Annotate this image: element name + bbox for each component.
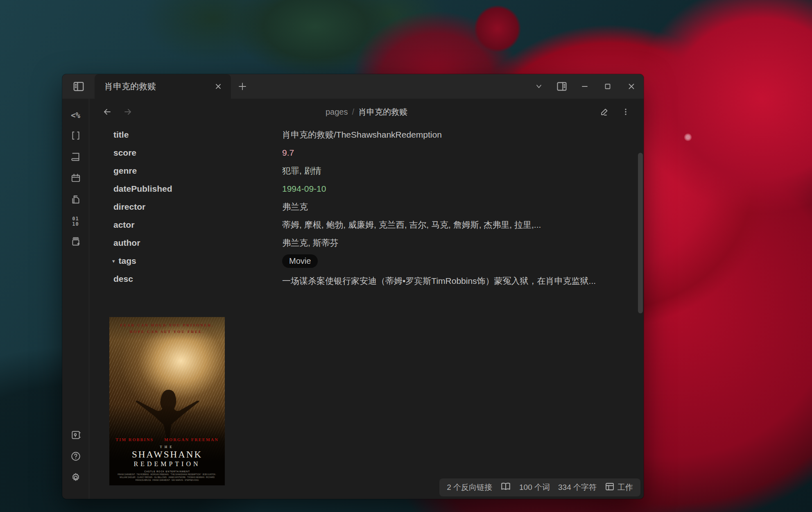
arrow-left-icon	[102, 107, 112, 117]
close-window-button[interactable]	[619, 74, 644, 99]
attr-key-tags[interactable]: ▾ tags	[113, 256, 282, 266]
attr-key-genre[interactable]: genre	[113, 166, 282, 176]
binary-icon: 0110	[72, 216, 79, 227]
book-icon	[70, 152, 81, 164]
workspace-switcher[interactable]: 工作	[605, 482, 633, 494]
readonly-toggle-button[interactable]	[500, 481, 511, 494]
edit-mode-button[interactable]	[597, 104, 612, 119]
attr-value-genre[interactable]: 犯罪, 剧情	[282, 165, 321, 177]
panel-right-icon	[556, 81, 568, 92]
forward-button[interactable]	[120, 104, 135, 119]
arrow-right-icon	[123, 107, 133, 117]
attr-value-director[interactable]: 弗兰克	[282, 201, 308, 213]
status-bar: 2 个反向链接 100 个词 334 个字符 工作	[439, 478, 640, 496]
document-menu-button[interactable]	[618, 104, 633, 119]
table-row: author 弗兰克, 斯蒂芬	[113, 234, 644, 252]
close-icon	[628, 83, 635, 90]
poster-actor-right: MORGAN FREEMAN	[164, 437, 219, 442]
movie-poster-image[interactable]: FEAR CAN HOLD YOU PRISONER. HOPE CAN SET…	[109, 317, 225, 485]
dock-copy-button[interactable]	[68, 192, 84, 208]
tag-chip-movie[interactable]: Movie	[282, 254, 318, 268]
table-row-desc: desc 一场谋杀案使银行家安迪（蒂姆•罗宾斯TimRobbins饰）蒙冤入狱，…	[113, 270, 644, 304]
poster-title-line2: REDEMPTION	[133, 460, 200, 468]
poster-studio: CASTLE ROCK ENTERTAINMENT	[144, 470, 190, 473]
table-row: director 弗兰克	[113, 198, 644, 216]
attribute-table: title 肖申克的救赎/TheShawshankRedemption scor…	[113, 126, 644, 304]
minimize-button[interactable]	[573, 74, 596, 99]
help-icon	[70, 451, 81, 463]
dock-binary-button[interactable]: 0110	[68, 213, 84, 230]
tab-close-button[interactable]	[211, 79, 225, 93]
maximize-icon	[604, 83, 611, 90]
poster-tagline-2: HOPE CAN SET YOU FREE.	[120, 328, 214, 335]
dock-template-button[interactable]: <%	[68, 107, 84, 123]
breadcrumb-current[interactable]: 肖申克的救赎	[358, 106, 407, 118]
dock-widget-button[interactable]	[68, 128, 84, 145]
backlinks-counter[interactable]: 2 个反向链接	[447, 482, 492, 493]
sidebar-toggle-button[interactable]	[62, 74, 95, 99]
table-row: datePublished 1994-09-10	[113, 180, 644, 198]
card-add-icon	[70, 237, 81, 249]
dock-safe-button[interactable]	[68, 428, 84, 444]
title-bar-drag-area	[254, 74, 527, 99]
poster-actor-left: TIM ROBBINS	[115, 437, 154, 442]
pencil-icon	[599, 107, 609, 117]
attr-value-datepublished[interactable]: 1994-09-10	[282, 184, 326, 194]
chevron-down-icon	[535, 82, 543, 91]
table-row: actor 蒂姆, 摩根, 鲍勃, 威廉姆, 克兰西, 吉尔, 马克, 詹姆斯,…	[113, 216, 644, 234]
maximize-button[interactable]	[596, 74, 619, 99]
dock-help-button[interactable]	[68, 449, 84, 465]
attr-value-actor[interactable]: 蒂姆, 摩根, 鲍勃, 威廉姆, 克兰西, 吉尔, 马克, 詹姆斯, 杰弗里, …	[282, 219, 541, 231]
attr-key-score[interactable]: score	[113, 148, 282, 158]
safe-box-icon	[70, 430, 81, 442]
window-title-bar: 肖申克的救赎	[62, 74, 644, 99]
new-tab-button[interactable]	[231, 74, 254, 99]
documents-icon	[70, 194, 81, 206]
poster-title-line1: SHAWSHANK	[132, 449, 202, 460]
attr-value-score[interactable]: 9.7	[282, 148, 294, 158]
scrollbar-thumb[interactable]	[638, 153, 643, 313]
poster-credits: FRANK DARABONT · TIM ROBBINS · MORGAN FR…	[116, 473, 218, 482]
attr-key-actor[interactable]: actor	[113, 220, 282, 230]
word-counter: 100 个词	[519, 482, 550, 493]
kebab-menu-icon	[622, 108, 630, 116]
dock-right-toggle-button[interactable]	[550, 74, 573, 99]
attr-key-desc[interactable]: desc	[113, 273, 282, 284]
table-row: score 9.7	[113, 144, 644, 162]
poster-title-the: THE	[160, 445, 174, 449]
tab-shawshank[interactable]: 肖申克的救赎	[95, 74, 231, 99]
document-toolbar: pages / 肖申克的救赎	[89, 99, 644, 125]
close-icon	[215, 83, 222, 90]
document-area: pages / 肖申克的救赎	[89, 99, 644, 499]
tab-title: 肖申克的救赎	[104, 81, 208, 92]
plus-icon	[238, 82, 247, 91]
attr-key-author[interactable]: author	[113, 238, 282, 248]
breadcrumb-parent[interactable]: pages	[326, 107, 348, 117]
attr-value-desc[interactable]: 一场谋杀案使银行家安迪（蒂姆•罗宾斯TimRobbins饰）蒙冤入狱，在肖申克监…	[282, 273, 614, 288]
breadcrumb-separator: /	[352, 107, 354, 117]
breadcrumb: pages / 肖申克的救赎	[326, 106, 407, 118]
dock-calendar-button[interactable]	[68, 171, 84, 187]
poster-text: FEAR CAN HOLD YOU PRISONER. HOPE CAN SET…	[109, 317, 225, 485]
calendar-icon	[70, 173, 81, 185]
char-counter: 334 个字符	[558, 482, 597, 493]
tab-list-button[interactable]	[527, 74, 550, 99]
back-button[interactable]	[100, 104, 115, 119]
gear-icon	[70, 472, 81, 485]
attr-key-datepublished[interactable]: datePublished	[113, 184, 282, 194]
app-window: 肖申克的救赎	[62, 74, 644, 499]
dock-bookmark-button[interactable]	[68, 150, 84, 166]
attr-value-author[interactable]: 弗兰克, 斯蒂芬	[282, 237, 339, 249]
attr-value-title[interactable]: 肖申克的救赎/TheShawshankRedemption	[282, 129, 442, 140]
left-dock: <%	[62, 99, 89, 499]
table-row: title 肖申克的救赎/TheShawshankRedemption	[113, 126, 644, 144]
attr-key-director[interactable]: director	[113, 202, 282, 212]
dock-settings-button[interactable]	[68, 470, 84, 487]
workspace-layout-icon	[605, 482, 615, 494]
poster-tagline-1: FEAR CAN HOLD YOU PRISONER.	[120, 322, 214, 328]
collapse-caret-icon[interactable]: ▾	[112, 258, 115, 264]
dock-flashcard-button[interactable]	[68, 235, 84, 251]
table-row-tags: ▾ tags Movie	[113, 252, 644, 270]
open-book-icon	[500, 481, 511, 494]
attr-key-title[interactable]: title	[113, 130, 282, 140]
